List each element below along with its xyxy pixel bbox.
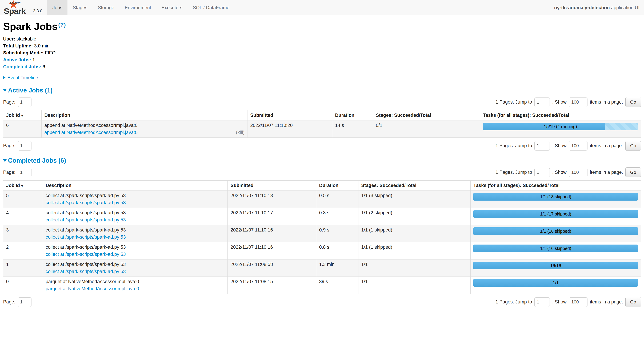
completed-jobs-header[interactable]: Completed Jobs (6): [3, 157, 641, 164]
apache-label: APACHE: [10, 2, 20, 4]
page-number-input[interactable]: [18, 168, 32, 177]
job-detail-link[interactable]: append at NativeMethodAccessorImpl.java:…: [44, 130, 138, 135]
active-jobs-table: Job Id ▾ Description Submitted Duration …: [3, 110, 641, 138]
items-per-page-input[interactable]: [569, 141, 588, 150]
submitted-cell: 2022/11/07 11:10:16: [228, 225, 316, 242]
tab-sql-dataframe[interactable]: SQL / DataFrame: [188, 0, 235, 15]
col-submitted[interactable]: Submitted: [248, 110, 332, 120]
tasks-cell: 1/1 (18 skipped): [470, 191, 641, 208]
uptime-value: 3.0 min: [34, 43, 50, 48]
sort-desc-icon: ▾: [21, 184, 23, 188]
description-cell: collect at /spark-scripts/spark-ad.py:53…: [43, 191, 228, 208]
job-detail-link[interactable]: collect at /spark-scripts/spark-ad.py:53: [46, 217, 126, 223]
nav-tabs: Jobs Stages Storage Environment Executor…: [47, 0, 234, 15]
col-duration[interactable]: Duration: [316, 181, 358, 191]
page-number-input[interactable]: [18, 297, 32, 307]
col-duration[interactable]: Duration: [332, 110, 373, 120]
go-button[interactable]: Go: [626, 167, 641, 177]
items-per-page-input[interactable]: [569, 168, 588, 177]
job-detail-link[interactable]: collect at /spark-scripts/spark-ad.py:53: [46, 200, 126, 205]
spark-wordmark: Spark: [4, 7, 26, 15]
col-description[interactable]: Description: [42, 110, 247, 120]
items-per-page-input[interactable]: [569, 97, 588, 107]
col-job-id[interactable]: Job Id ▾: [3, 181, 43, 191]
items-text: items in a page.: [590, 143, 623, 148]
tab-jobs[interactable]: Jobs: [47, 0, 68, 15]
pagination-bar: Page: 1 Pages. Jump to . Show items in a…: [3, 167, 641, 177]
page-number-input[interactable]: [18, 141, 32, 150]
go-button[interactable]: Go: [626, 141, 641, 151]
items-per-page-input[interactable]: [569, 297, 588, 307]
go-button[interactable]: Go: [626, 97, 641, 107]
description-cell: parquet at NativeMethodAccessorImpl.java…: [43, 277, 228, 294]
job-detail-link[interactable]: parquet at NativeMethodAccessorImpl.java…: [46, 286, 139, 292]
jump-to-page-input[interactable]: [534, 97, 550, 107]
tasks-progress-bar: 1/1: [474, 279, 638, 287]
col-description[interactable]: Description: [43, 181, 228, 191]
job-detail-link[interactable]: collect at /spark-scripts/spark-ad.py:53: [46, 252, 126, 257]
table-row: 4 collect at /spark-scripts/spark-ad.py:…: [3, 208, 641, 225]
description-cell: append at NativeMethodAccessorImpl.java:…: [42, 120, 247, 138]
stages-cell: 1/1: [358, 260, 470, 277]
job-detail-link[interactable]: collect at /spark-scripts/spark-ad.py:53: [46, 269, 126, 274]
help-link[interactable]: (?): [58, 21, 66, 28]
job-description: parquet at NativeMethodAccessorImpl.java…: [46, 279, 225, 284]
completed-jobs-link[interactable]: Completed Jobs:: [3, 64, 41, 69]
job-id-cell: 1: [3, 260, 43, 277]
pages-jump-text: 1 Pages. Jump to: [496, 143, 532, 148]
col-job-id[interactable]: Job Id ▾: [3, 110, 42, 120]
active-jobs-count: 1: [32, 57, 35, 62]
items-text: items in a page.: [590, 170, 623, 175]
col-tasks[interactable]: Tasks (for all stages): Succeeded/Total: [480, 110, 641, 120]
col-stages[interactable]: Stages: Succeeded/Total: [358, 181, 470, 191]
col-tasks[interactable]: Tasks (for all stages): Succeeded/Total: [470, 181, 641, 191]
submitted-cell: 2022/11/07 11:10:18: [228, 191, 316, 208]
table-row: 3 collect at /spark-scripts/spark-ad.py:…: [3, 225, 641, 242]
jump-to-page-input[interactable]: [534, 168, 550, 177]
col-submitted[interactable]: Submitted: [228, 181, 316, 191]
show-text: . Show: [552, 99, 566, 105]
table-header-row: Job Id ▾ Description Submitted Duration …: [3, 110, 641, 120]
spark-logo[interactable]: APACHE Spark: [4, 0, 33, 15]
duration-cell: 0.3 s: [316, 208, 358, 225]
tasks-cell: 1/1 (17 skipped): [470, 208, 641, 225]
stages-cell: 0/1: [373, 120, 480, 138]
active-jobs-link[interactable]: Active Jobs:: [3, 57, 31, 62]
job-detail-link[interactable]: collect at /spark-scripts/spark-ad.py:53: [46, 235, 126, 240]
application-name-bold: ny-tlc-anomaly-detection: [554, 5, 610, 10]
summary-info: User: stackable Total Uptime: 3.0 min Sc…: [3, 36, 641, 69]
event-timeline-toggle[interactable]: Event Timeline: [3, 75, 641, 80]
completed-jobs-title: Completed Jobs (6): [8, 157, 66, 164]
jump-to-page-input[interactable]: [534, 297, 550, 307]
page-title-text: Spark Jobs: [3, 21, 58, 32]
stages-cell: 1/1 (2 skipped): [358, 208, 470, 225]
active-jobs-header[interactable]: Active Jobs (1): [3, 87, 641, 94]
tab-environment[interactable]: Environment: [120, 0, 156, 15]
jump-to-page-input[interactable]: [534, 141, 550, 150]
page-label: Page:: [3, 170, 16, 175]
job-id-cell: 0: [3, 277, 43, 294]
kill-link[interactable]: (kill): [236, 130, 244, 135]
tab-stages[interactable]: Stages: [68, 0, 92, 15]
show-text: . Show: [552, 170, 566, 175]
tab-executors[interactable]: Executors: [156, 0, 188, 15]
uptime-label: Total Uptime:: [3, 43, 33, 48]
submitted-cell: 2022/11/07 11:10:17: [228, 208, 316, 225]
col-stages[interactable]: Stages: Succeeded/Total: [373, 110, 480, 120]
items-text: items in a page.: [590, 299, 623, 305]
page-title: Spark Jobs(?): [3, 20, 641, 32]
job-id-cell: 3: [3, 225, 43, 242]
progress-label: 1/1 (16 skipped): [474, 245, 638, 252]
job-id-cell: 5: [3, 191, 43, 208]
user-value: stackable: [16, 36, 36, 41]
user-label: User:: [3, 36, 15, 41]
stages-cell: 1/1 (1 skipped): [358, 225, 470, 242]
tasks-progress-bar: 16/16: [474, 262, 638, 269]
duration-cell: 39 s: [316, 277, 358, 294]
page-number-input[interactable]: [18, 97, 32, 107]
tasks-progress-bar: 15/19 (4 running): [483, 123, 638, 130]
tab-storage[interactable]: Storage: [93, 0, 120, 15]
go-button[interactable]: Go: [626, 297, 641, 307]
pagination-bar: Page: 1 Pages. Jump to . Show items in a…: [3, 97, 641, 107]
progress-label: 1/1 (18 skipped): [474, 193, 638, 201]
